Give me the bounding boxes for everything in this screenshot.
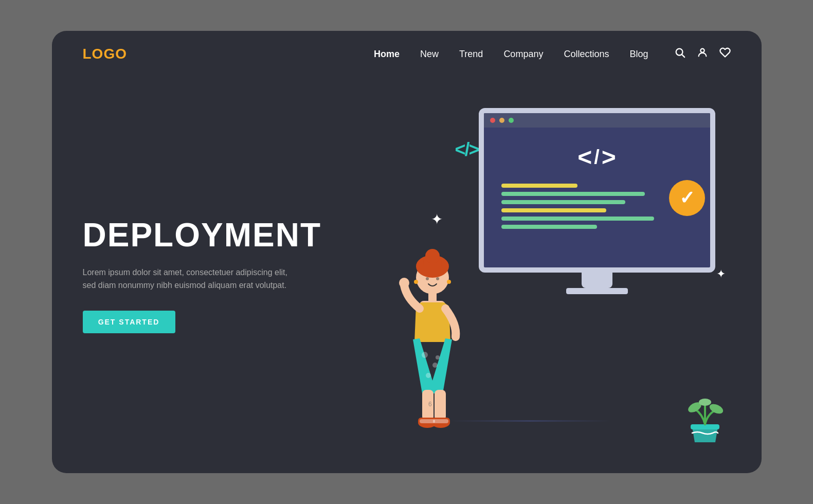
nav-item-new[interactable]: New — [420, 49, 439, 60]
navbar: LOGO Home New Trend Company Collections … — [52, 31, 762, 77]
svg-text:6: 6 — [428, 401, 432, 408]
toolbar-dot-yellow — [499, 118, 504, 123]
svg-point-20 — [436, 355, 440, 359]
nav-item-trend[interactable]: Trend — [459, 49, 483, 60]
app-window: LOGO Home New Trend Company Collections … — [52, 31, 762, 473]
nav-links: Home New Trend Company Collections Blog — [374, 49, 648, 60]
main-content: DEPLOYMENT Lorem ipsum dolor sit amet, c… — [52, 77, 762, 473]
ground-line — [330, 420, 731, 422]
svg-point-19 — [426, 373, 431, 378]
svg-rect-23 — [435, 390, 446, 421]
plant-illustration — [684, 396, 726, 447]
nav-item-company[interactable]: Company — [503, 49, 543, 60]
search-icon[interactable] — [674, 47, 685, 61]
monitor-display: < / > — [479, 108, 715, 294]
heart-icon[interactable] — [719, 47, 731, 61]
svg-point-12 — [436, 277, 439, 280]
check-icon: ✓ — [679, 187, 695, 209]
monitor-toolbar — [484, 113, 710, 128]
svg-line-1 — [682, 55, 684, 57]
svg-point-14 — [447, 280, 451, 284]
svg-rect-22 — [422, 390, 433, 421]
monitor-stand — [582, 273, 612, 288]
nav-item-home[interactable]: Home — [374, 49, 400, 60]
character-illustration: 6 — [391, 247, 474, 453]
hero-section: DEPLOYMENT Lorem ipsum dolor sit amet, c… — [83, 98, 330, 453]
nav-icon-group — [674, 47, 731, 61]
user-icon[interactable] — [697, 47, 708, 61]
hero-description: Lorem ipsum dolor sit amet, consectetuer… — [83, 266, 288, 292]
logo: LOGO — [83, 46, 127, 62]
svg-point-11 — [426, 277, 429, 280]
monitor-base — [566, 288, 628, 294]
sparkle-icon-3: ✦ — [716, 267, 726, 281]
sparkle-icon-2: ✦ — [431, 211, 443, 228]
nav-item-collections[interactable]: Collections — [564, 49, 609, 60]
floating-code-tag: </> — [455, 139, 478, 160]
svg-point-34 — [699, 399, 711, 406]
toolbar-dot-red — [490, 118, 495, 123]
svg-point-13 — [414, 280, 418, 284]
svg-point-2 — [700, 49, 704, 52]
toolbar-dot-green — [509, 118, 514, 123]
hero-title: DEPLOYMENT — [83, 217, 330, 253]
svg-point-10 — [425, 249, 440, 263]
svg-point-18 — [432, 363, 438, 368]
nav-item-blog[interactable]: Blog — [629, 49, 648, 60]
check-badge: ✓ — [669, 180, 705, 216]
get-started-button[interactable]: GET STARTED — [83, 311, 175, 333]
illustration-section: ✦ ✦ ✦ </> — [330, 98, 731, 453]
svg-point-17 — [422, 352, 428, 358]
svg-point-21 — [399, 278, 409, 288]
